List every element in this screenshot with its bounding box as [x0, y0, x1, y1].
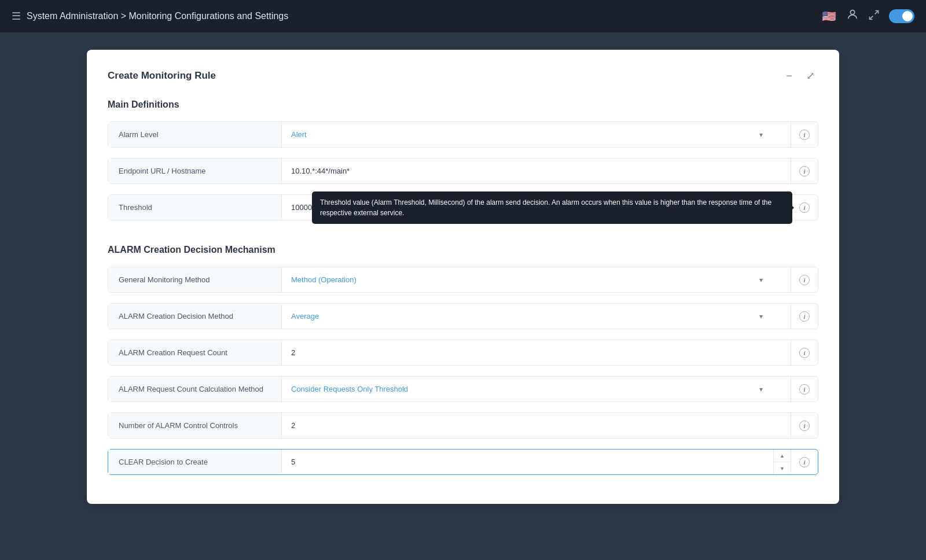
- alarm-creation-decision-dropdown-arrow: ▾: [759, 312, 763, 320]
- number-of-alarm-control-controls-label: Number of ALARM Control Controls: [108, 413, 282, 438]
- alarm-creation-decision-method-info[interactable]: i: [791, 304, 818, 329]
- info-icon-2: i: [799, 166, 810, 176]
- expand-icon[interactable]: [868, 9, 880, 24]
- expand-button[interactable]: ⤢: [803, 68, 818, 83]
- threshold-info[interactable]: i: [791, 195, 818, 220]
- threshold-text: 10000: [291, 203, 312, 212]
- alarm-request-count-calc-method-info[interactable]: i: [791, 377, 818, 401]
- endpoint-url-label: Endpoint URL / Hostname: [108, 159, 282, 183]
- alarm-request-count-calc-method-value[interactable]: Consider Requests Only Threshold ▾: [282, 377, 791, 401]
- minimize-button[interactable]: −: [782, 69, 796, 83]
- main-content: Create Monitoring Rule − ⤢ Main Definiti…: [0, 32, 926, 560]
- alarm-creation-request-count-text: 2: [291, 348, 295, 357]
- alarm-request-count-calc-method-label: ALARM Request Count Calculation Method: [108, 377, 282, 401]
- svg-line-2: [870, 16, 873, 19]
- create-monitoring-rule-card: Create Monitoring Rule − ⤢ Main Definiti…: [87, 50, 839, 504]
- number-of-alarm-control-controls-text: 2: [291, 421, 295, 430]
- svg-point-0: [850, 10, 854, 14]
- info-icon-9: i: [799, 457, 810, 467]
- alarm-creation-request-count-label: ALARM Creation Request Count: [108, 340, 282, 365]
- info-icon-5: i: [799, 311, 810, 322]
- alarm-creation-request-count-value[interactable]: 2: [282, 340, 791, 365]
- general-monitoring-dropdown-arrow: ▾: [759, 276, 763, 284]
- main-definitions-section: Main Definitions Alarm Level Alert ▾ i E…: [108, 100, 818, 220]
- alarm-creation-decision-method-label: ALARM Creation Decision Method: [108, 304, 282, 329]
- form-row-threshold: Threshold 10000 Threshold value (Alarm T…: [108, 194, 818, 220]
- info-icon-4: i: [799, 275, 810, 285]
- number-of-alarm-control-controls-info[interactable]: i: [791, 413, 818, 438]
- theme-toggle[interactable]: [889, 9, 914, 23]
- card-title: Create Monitoring Rule: [108, 70, 216, 82]
- alarm-request-count-calc-dropdown-arrow: ▾: [759, 385, 763, 393]
- clear-decision-to-create-label: CLEAR Decision to Create: [108, 450, 282, 474]
- flag-icon[interactable]: 🇺🇸: [821, 10, 837, 22]
- alarm-creation-title: ALARM Creation Decision Mechanism: [108, 245, 818, 255]
- general-monitoring-method-info[interactable]: i: [791, 267, 818, 292]
- alarm-level-dropdown-arrow: ▾: [759, 131, 763, 139]
- card-controls: − ⤢: [782, 68, 818, 83]
- number-of-alarm-control-controls-value[interactable]: 2: [282, 413, 791, 438]
- alarm-creation-decision-method-text: Average: [291, 312, 319, 320]
- clear-decision-to-create-input[interactable]: [291, 458, 752, 466]
- form-row-alarm-level: Alarm Level Alert ▾ i: [108, 121, 818, 148]
- threshold-tooltip: Threshold value (Alarm Threshold, Millis…: [312, 191, 792, 224]
- general-monitoring-method-value[interactable]: Method (Operation) ▾: [282, 267, 791, 292]
- alarm-level-value[interactable]: Alert ▾: [282, 122, 791, 147]
- threshold-value[interactable]: 10000 Threshold value (Alarm Threshold, …: [282, 195, 791, 220]
- card-header: Create Monitoring Rule − ⤢: [108, 68, 818, 83]
- form-row-clear-decision-to-create: CLEAR Decision to Create ▲ ▼ i: [108, 449, 818, 475]
- page-breadcrumb: System Administration > Monitoring Confi…: [27, 11, 288, 21]
- form-row-alarm-creation-decision-method: ALARM Creation Decision Method Average ▾…: [108, 303, 818, 329]
- alarm-level-info[interactable]: i: [791, 122, 818, 147]
- spinner-down-button[interactable]: ▼: [774, 462, 791, 474]
- user-icon[interactable]: [846, 8, 859, 24]
- alarm-level-label: Alarm Level: [108, 122, 282, 147]
- threshold-label: Threshold: [108, 195, 282, 220]
- topbar-right: 🇺🇸: [821, 8, 914, 24]
- menu-icon[interactable]: ☰: [12, 10, 21, 23]
- svg-line-1: [875, 10, 879, 14]
- info-icon-8: i: [799, 421, 810, 431]
- form-row-endpoint-url: Endpoint URL / Hostname 10.10.*:44*/main…: [108, 158, 818, 184]
- info-icon-6: i: [799, 348, 810, 358]
- alarm-creation-section: ALARM Creation Decision Mechanism Genera…: [108, 245, 818, 475]
- alarm-creation-decision-method-value[interactable]: Average ▾: [282, 304, 791, 329]
- clear-decision-to-create-value[interactable]: ▲ ▼: [282, 450, 791, 474]
- general-monitoring-method-label: General Monitoring Method: [108, 267, 282, 292]
- form-row-alarm-creation-request-count: ALARM Creation Request Count 2 i: [108, 340, 818, 366]
- alarm-request-count-calc-method-text: Consider Requests Only Threshold: [291, 385, 408, 393]
- main-definitions-title: Main Definitions: [108, 100, 818, 110]
- form-row-number-of-alarm-control-controls: Number of ALARM Control Controls 2 i: [108, 412, 818, 439]
- general-monitoring-method-text: Method (Operation): [291, 275, 357, 284]
- endpoint-url-value[interactable]: 10.10.*:44*/main*: [282, 159, 791, 183]
- form-row-general-monitoring-method: General Monitoring Method Method (Operat…: [108, 267, 818, 293]
- alarm-creation-request-count-info[interactable]: i: [791, 340, 818, 365]
- topbar-left: ☰ System Administration > Monitoring Con…: [12, 10, 288, 23]
- endpoint-url-text: 10.10.*:44*/main*: [291, 167, 350, 175]
- spinner-up-button[interactable]: ▲: [774, 450, 791, 462]
- info-icon-3: i: [799, 202, 810, 213]
- clear-decision-to-create-info[interactable]: i: [791, 450, 818, 474]
- info-icon: i: [799, 130, 810, 140]
- endpoint-url-info[interactable]: i: [791, 159, 818, 183]
- info-icon-7: i: [799, 384, 810, 395]
- form-row-alarm-request-count-calc-method: ALARM Request Count Calculation Method C…: [108, 376, 818, 402]
- alarm-level-text: Alert: [291, 130, 307, 139]
- topbar: ☰ System Administration > Monitoring Con…: [0, 0, 926, 32]
